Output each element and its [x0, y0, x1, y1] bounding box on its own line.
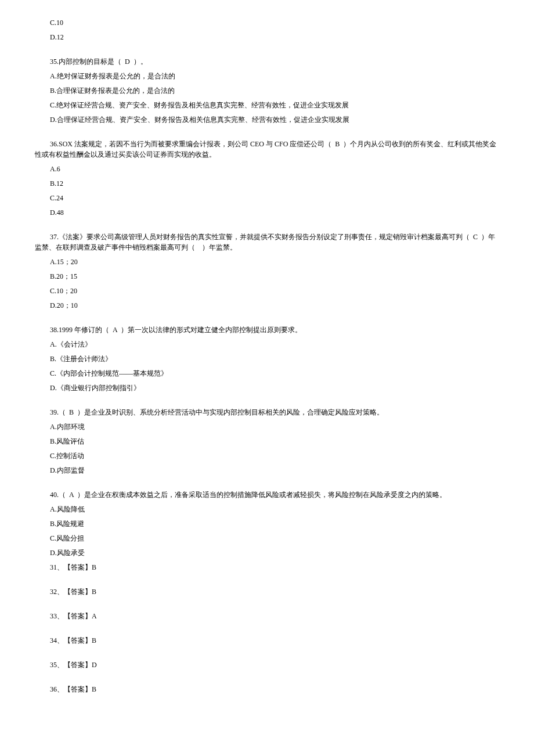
text-line: 38.1999 年修订的（ A ）第一次以法律的形式对建立健全内部控制提出原则要…	[35, 325, 499, 335]
text-line: B.《注册会计师法》	[35, 354, 499, 364]
blank-line	[35, 46, 499, 56]
text-line: B.合理保证财务报表是公允的，是合法的	[35, 85, 499, 96]
text-line: B.20；15	[35, 271, 499, 282]
text-line: A.15；20	[35, 257, 499, 267]
text-line: C.10；20	[35, 286, 499, 296]
text-line: B.12	[35, 178, 499, 189]
text-line: 37.《法案》要求公司高级管理人员对财务报告的真实性宣誓，并就提供不实财务报告分…	[35, 232, 499, 253]
text-line: C.风险分担	[35, 533, 499, 543]
text-line: 32、【答案】B	[35, 586, 499, 597]
text-line: D.20；10	[35, 300, 499, 311]
text-line: C.24	[35, 193, 499, 203]
text-line: 39.（ B ）是企业及时识别、系统分析经营活动中与实现内部控制目标相关的风险，…	[35, 407, 499, 417]
text-line: A.内部环境	[35, 422, 499, 432]
blank-line	[35, 601, 499, 611]
blank-line	[35, 625, 499, 635]
text-line: 35、【答案】D	[35, 660, 499, 670]
text-line: D.风险承受	[35, 548, 499, 558]
text-line: B.风险评估	[35, 436, 499, 447]
text-line: D.合理保证经营合规、资产安全、财务报告及相关信息真实完整、经营有效性，促进企业…	[35, 114, 499, 125]
text-line: D.《商业银行内部控制指引》	[35, 383, 499, 393]
text-line: D.12	[35, 32, 499, 42]
text-line: 33、【答案】A	[35, 611, 499, 621]
text-line: B.风险规避	[35, 519, 499, 529]
text-line: D.48	[35, 207, 499, 218]
blank-line	[35, 650, 499, 660]
text-line: 40.（ A ）是企业在权衡成本效益之后，准备采取适当的控制措施降低风险或者减轻…	[35, 489, 499, 500]
text-line: A.风险降低	[35, 504, 499, 514]
text-line: A.绝对保证财务报表是公允的，是合法的	[35, 71, 499, 81]
text-line: C.10	[35, 17, 499, 28]
text-line: A.6	[35, 164, 499, 174]
blank-line	[35, 397, 499, 407]
blank-line	[35, 674, 499, 684]
blank-line	[35, 315, 499, 325]
text-line: C.绝对保证经营合规、资产安全、财务报告及相关信息真实完整、经营有效性，促进企业…	[35, 100, 499, 110]
document-body: C.10D.1235.内部控制的目标是（ D ）。A.绝对保证财务报表是公允的，…	[35, 17, 499, 694]
text-line: 36、【答案】B	[35, 684, 499, 694]
text-line: C.控制活动	[35, 451, 499, 461]
text-line: 34、【答案】B	[35, 635, 499, 646]
blank-line	[35, 129, 499, 139]
text-line: C.《内部会计控制规范——基本规范》	[35, 368, 499, 379]
text-line: 36.SOX 法案规定，若因不当行为而被要求重编会计报表，则公司 CEO 与 C…	[35, 139, 499, 160]
blank-line	[35, 577, 499, 586]
text-line: D.内部监督	[35, 465, 499, 476]
blank-line	[35, 222, 499, 232]
text-line: 35.内部控制的目标是（ D ）。	[35, 56, 499, 67]
text-line: 31、【答案】B	[35, 562, 499, 573]
blank-line	[35, 480, 499, 489]
text-line: A.《会计法》	[35, 339, 499, 350]
